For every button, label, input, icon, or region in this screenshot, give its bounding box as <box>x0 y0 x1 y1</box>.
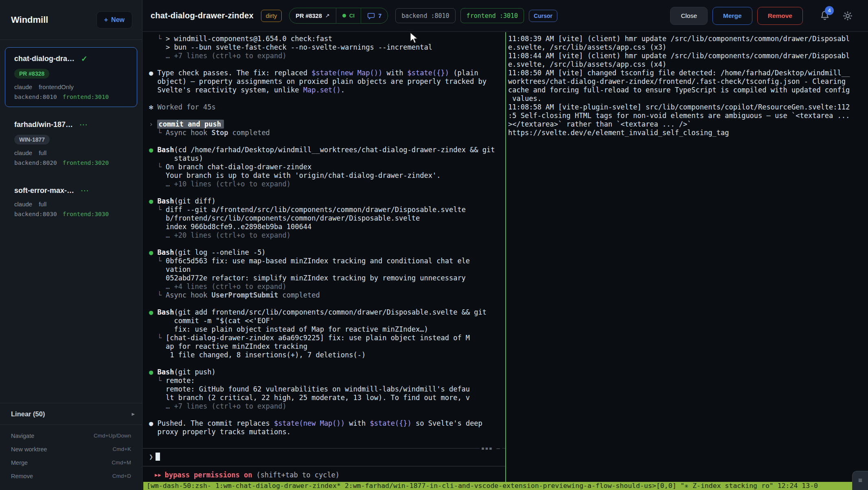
worktree-meta: claudefull <box>14 201 128 208</box>
backend-port-label: backend:8010 <box>14 94 57 100</box>
plus-icon: + <box>104 16 108 24</box>
terminal-line <box>149 188 505 197</box>
merge-button[interactable]: Merge <box>712 7 752 25</box>
terminal-line: vation <box>149 265 505 274</box>
pr-status-pill: PR #8328 ↗ CI 7 <box>289 8 388 24</box>
terminal-line: status) <box>149 154 505 163</box>
claude-terminal-output: └ > windmill-components@1.654.0 check:fa… <box>143 32 505 436</box>
terminal-line: remote: GitHub found 62 vulnerabilities … <box>149 385 505 394</box>
vite-log-line: ></textarea>` rather than `<textarea ...… <box>508 120 868 129</box>
terminal-line: ● Type check passes. The fix: replaced $… <box>149 69 505 77</box>
worktree-badge: PR #8328 <box>14 69 49 79</box>
pr-comments[interactable]: 7 <box>361 8 388 23</box>
shortcut-label: Remove <box>11 473 33 479</box>
worktree-badge: WIN-1877 <box>14 135 50 144</box>
worktree-title: chat-dialog-dra… <box>14 55 75 63</box>
sidebar-bottom: Linear (50) ▸ NavigateCmd+Up/DownNew wor… <box>0 403 142 490</box>
pane-divider[interactable] <box>505 32 506 482</box>
terminal-area: └ > windmill-components@1.654.0 check:fa… <box>143 32 868 482</box>
claude-terminal-pane: └ > windmill-components@1.654.0 check:fa… <box>143 32 505 482</box>
vite-log-line: :5 Self-closing HTML tags for non-void e… <box>508 112 868 120</box>
close-button[interactable]: Close <box>670 7 708 25</box>
notification-count-badge: 4 <box>825 6 834 15</box>
settings-button[interactable] <box>842 10 853 22</box>
worktree-card[interactable]: chat-dialog-dra…✓PR #8328claudefrontendO… <box>5 47 137 107</box>
terminal-line: ● Bash(git diff) <box>149 197 505 206</box>
terminal-line: ● Pushed. The commit replaces $state(new… <box>149 419 505 428</box>
frontend-port-badge[interactable]: frontend :3010 <box>460 8 524 23</box>
agent-label: claude <box>14 201 32 208</box>
new-button-label: New <box>111 16 125 24</box>
shortcut-keys: Cmd+M <box>112 459 131 466</box>
shortcut-label: New worktree <box>11 446 47 453</box>
new-worktree-button[interactable]: +New <box>96 11 132 28</box>
pr-link[interactable]: PR #8328 ↗ <box>289 8 335 23</box>
frontend-port-label: frontend:3020 <box>63 160 109 166</box>
overflow-menu-icon[interactable]: ⋯ <box>79 120 88 129</box>
vite-log-line: cache and forcing full-reload to ensure … <box>508 86 868 94</box>
expand-handle-icon[interactable]: ▪▪▪ – <box>480 445 502 451</box>
sidebar-section-linear[interactable]: Linear (50) ▸ <box>0 403 142 425</box>
worktree-card[interactable]: soft-error-max-…⋯claudefullbackend:8030f… <box>5 179 137 224</box>
prompt-bottom-separator <box>143 466 505 466</box>
shortcut-row[interactable]: New worktreeCmd+K <box>0 442 142 456</box>
permissions-mode-line: ▶▶bypass permissions on(shift+tab to cyc… <box>155 470 340 480</box>
worktree-title-row: farhad/win-187…⋯ <box>14 120 128 129</box>
worktree-ports: backend:8030frontend:3030 <box>14 211 128 217</box>
terminal-line <box>149 411 505 419</box>
linear-label: Linear (50) <box>11 410 45 418</box>
worktree-ports: backend:8010frontend:3010 <box>14 94 128 100</box>
backend-port-badge[interactable]: backend :8010 <box>395 8 455 23</box>
vite-log-line: 11:08:39 AM [vite] (client) hmr update /… <box>508 35 868 43</box>
shortcut-row[interactable]: MergeCmd+M <box>0 456 142 469</box>
agent-label: claude <box>14 83 32 90</box>
header: chat-dialog-drawer-zindex dirty PR #8328… <box>143 0 868 32</box>
worktree-meta: claudefrontendOnly <box>14 83 128 90</box>
comment-count: 7 <box>378 13 381 19</box>
shortcut-label: Merge <box>11 459 28 466</box>
terminal-line: … +7 lines (ctrl+o to expand) <box>149 52 505 60</box>
terminal-line: … +20 lines (ctrl+o to expand) <box>149 231 505 240</box>
app-window: Windmill +New chat-dialog-dra…✓PR #8328c… <box>0 0 868 490</box>
sidebar-header: Windmill +New <box>0 0 142 40</box>
dirty-status-badge: dirty <box>261 10 282 22</box>
terminal-line: └ > windmill-components@1.654.0 check:fa… <box>149 35 505 43</box>
overlay-control[interactable]: ≡ <box>852 471 868 490</box>
worktree-title-row: soft-error-max-…⋯ <box>14 186 128 195</box>
vite-log-line: 11:08:58 AM [vite-plugin-svelte] src/lib… <box>508 103 868 112</box>
terminal-line: └ [chat-dialog-drawer-zindex a6a69c9225]… <box>149 334 505 342</box>
worktree-badge-row: PR #8328 <box>14 69 128 83</box>
overflow-menu-icon[interactable]: ⋯ <box>81 186 90 195</box>
terminal-line: ● Bash(cd /home/farhad/Desktop/windmill_… <box>149 146 505 154</box>
worktree-title-row: chat-dialog-dra…✓ <box>14 54 128 63</box>
vite-log-line: e.svelte, /src/lib/assets/app.css (x4) <box>508 60 868 69</box>
shortcut-keys: Cmd+Up/Down <box>94 433 131 439</box>
shortcut-row[interactable]: RemoveCmd+D <box>0 469 142 483</box>
terminal-line: ● Bash(git log --oneline -5) <box>149 248 505 257</box>
terminal-line: fix: use plain object instead of Map for… <box>149 325 505 334</box>
ci-status[interactable]: CI <box>336 8 361 23</box>
terminal-line: └ 0bf6c5d563 fix: use map-based minZInde… <box>149 257 505 265</box>
terminal-line <box>149 112 505 120</box>
text-cursor <box>156 453 160 461</box>
backend-port-label: backend:8020 <box>14 160 57 166</box>
mode-label: frontendOnly <box>39 83 74 90</box>
shortcut-row[interactable]: NavigateCmd+Up/Down <box>0 429 142 442</box>
double-arrow-icon: ▶▶ <box>155 472 161 478</box>
worktree-page-title: chat-dialog-drawer-zindex <box>151 11 254 20</box>
ci-label: CI <box>349 13 355 19</box>
terminal-line: › commit and push <box>149 120 505 129</box>
prompt-chevron-icon: ❯ <box>149 453 153 461</box>
claude-prompt-input[interactable]: ❯ <box>149 453 160 461</box>
notifications-button[interactable]: 4 <box>819 9 831 22</box>
cursor-open-button[interactable]: Cursor <box>529 10 557 22</box>
overlay-icon: ≡ <box>858 477 862 485</box>
vite-log-line: worktrees/chat-dialog-drawer-zindex/fron… <box>508 77 868 86</box>
remove-button[interactable]: Remove <box>757 7 803 25</box>
terminal-line <box>149 94 505 103</box>
worktree-card[interactable]: farhad/win-187…⋯WIN-1877claudefullbacken… <box>5 113 137 173</box>
worktree-meta: claudefull <box>14 149 128 156</box>
frontend-port-label: frontend:3030 <box>63 211 109 217</box>
terminal-line: lt branch (2 critical, 22 high, 25 moder… <box>149 394 505 402</box>
terminal-line: … +4 lines (ctrl+o to expand) <box>149 282 505 291</box>
